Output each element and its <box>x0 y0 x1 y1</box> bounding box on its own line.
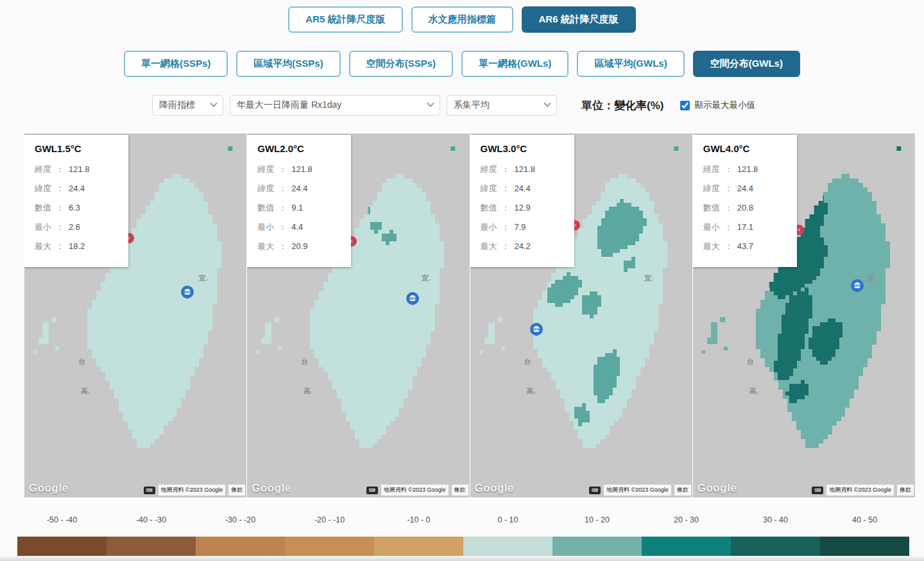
min-value-marker[interactable]: MIN <box>181 286 194 298</box>
info-separator: ： <box>724 218 733 237</box>
index-category-select[interactable]: 降雨指標 <box>152 95 223 116</box>
tab-view-mode-2[interactable]: 空間分布(SSPs) <box>349 51 453 77</box>
legend-labels: -50 - -40-40 - -30-30 - -20-20 - -10-10 … <box>17 515 909 524</box>
ensemble-value: 系集平均 <box>454 99 490 111</box>
map-panel-3[interactable]: MAXMIN台高.宜.GWL3.0°C經度：121.8緯度：24.4數值：12.… <box>470 134 692 497</box>
show-minmax-label: 顯示最大最小值 <box>694 99 755 111</box>
keyboard-shortcuts-icon[interactable]: ⌨ <box>144 487 155 494</box>
google-logo[interactable]: Google <box>697 482 737 495</box>
gwl-info-box: GWL2.0°C經度：121.8緯度：24.4數值：9.1最小：4.4最大：20… <box>247 135 351 267</box>
gwl-info-box: GWL1.5°C經度：121.8緯度：24.4數值：6.3最小：2.6最大：18… <box>24 135 128 267</box>
legend-bin-label: -40 - -30 <box>107 515 196 524</box>
gwl-title: GWL2.0°C <box>257 143 351 154</box>
info-separator: ： <box>724 179 733 198</box>
map-data-attribution-text: 地圖資料 ©2023 Google <box>158 485 226 496</box>
keyboard-shortcuts-icon[interactable]: ⌨ <box>812 487 823 494</box>
google-logo[interactable]: Google <box>29 482 69 495</box>
min-value-marker[interactable]: MIN <box>530 323 543 336</box>
info-row-min: 最小：17.1 <box>703 218 797 237</box>
terms-link[interactable]: 條款 <box>674 485 691 496</box>
info-separator: ： <box>724 160 733 179</box>
info-row-lat: 緯度：24.4 <box>703 179 797 198</box>
info-value: 43.7 <box>737 237 753 256</box>
map-panel-1[interactable]: MAXMIN台高.宜.GWL1.5°C經度：121.8緯度：24.4數值：6.3… <box>24 134 246 497</box>
info-value: 24.4 <box>69 179 85 198</box>
terms-link[interactable]: 條款 <box>452 485 468 496</box>
info-row-value: 數值：9.1 <box>257 198 351 218</box>
google-logo[interactable]: Google <box>475 482 515 495</box>
show-minmax-checkbox[interactable] <box>680 101 690 110</box>
legend-bin-label: -10 - 0 <box>374 515 463 524</box>
legend-bin-label: 30 - 40 <box>731 515 820 524</box>
gwl-title: GWL1.5°C <box>35 143 128 154</box>
info-value: 121.8 <box>737 160 758 179</box>
tab-view-mode-0[interactable]: 單一網格(SSPs) <box>124 51 228 77</box>
info-row-value: 數值：12.9 <box>481 198 574 218</box>
info-value: 9.1 <box>291 198 303 218</box>
min-value-marker[interactable]: MIN <box>851 279 864 292</box>
tab-view-mode-4[interactable]: 區域平均(GWLs) <box>577 51 684 77</box>
map-city-label: 台 <box>747 357 754 367</box>
info-row-lon: 經度：121.8 <box>703 160 797 179</box>
legend-bin-swatch <box>17 537 107 556</box>
info-row-max: 最大：24.2 <box>481 237 574 256</box>
view-mode-tabs: 單一網格(SSPs)區域平均(SSPs)空間分布(SSPs)單一網格(GWLs)… <box>0 51 924 77</box>
info-label: 緯度 <box>481 179 497 198</box>
google-logo[interactable]: Google <box>252 482 291 495</box>
tab-report-version-0[interactable]: AR5 統計降尺度版 <box>288 6 402 33</box>
info-label: 數值 <box>257 198 274 218</box>
tab-view-mode-5[interactable]: 空間分布(GWLs) <box>693 51 800 77</box>
legend-bin-label: 0 - 10 <box>463 515 552 524</box>
info-separator: ： <box>502 198 510 218</box>
legend-bin-label: -50 - -40 <box>17 515 107 524</box>
index-select[interactable]: 年最大一日降雨量 Rx1day <box>230 95 440 116</box>
legend-bin-label: 20 - 30 <box>642 515 731 524</box>
map-city-label: 高. <box>527 386 536 396</box>
tab-report-version-2[interactable]: AR6 統計降尺度版 <box>522 6 636 33</box>
legend-bin-swatch <box>374 537 463 556</box>
info-row-lon: 經度：121.8 <box>257 160 351 179</box>
info-row-value: 數值：20.8 <box>703 198 797 218</box>
keyboard-shortcuts-icon[interactable]: ⌨ <box>589 487 601 494</box>
map-panel-4[interactable]: MAXMIN台高.宜.GWL4.0°C經度：121.8緯度：24.4數值：20.… <box>693 134 915 497</box>
info-value: 24.4 <box>737 179 753 198</box>
info-separator: ： <box>724 198 733 218</box>
info-label: 最大 <box>257 237 274 256</box>
info-label: 數值 <box>481 198 497 218</box>
info-value: 17.1 <box>737 218 753 237</box>
terms-link[interactable]: 條款 <box>228 485 245 496</box>
gwl-info-box: GWL3.0°C經度：121.8緯度：24.4數值：12.9最小：7.9最大：2… <box>470 135 574 267</box>
ensemble-select[interactable]: 系集平均 <box>447 95 557 116</box>
info-value: 18.2 <box>69 237 85 256</box>
legend-bin-swatch <box>731 537 820 556</box>
legend-bin-swatch <box>463 537 552 556</box>
info-label: 最小 <box>257 218 274 237</box>
map-attribution: ⌨地圖資料 ©2023 Google條款 <box>366 485 468 496</box>
tab-report-version-1[interactable]: 水文應用指標篇 <box>411 6 513 33</box>
info-separator: ： <box>56 218 64 237</box>
terms-link[interactable]: 條款 <box>897 485 914 496</box>
info-separator: ： <box>502 218 510 237</box>
min-value-marker[interactable]: MIN <box>406 292 419 305</box>
tab-view-mode-3[interactable]: 單一網格(GWLs) <box>461 51 569 77</box>
map-city-label: 台 <box>78 357 85 367</box>
gwl-title: GWL4.0°C <box>703 143 797 154</box>
info-label: 緯度 <box>703 179 720 198</box>
info-value: 24.4 <box>515 179 531 198</box>
gwl-title: GWL3.0°C <box>481 143 574 154</box>
keyboard-shortcuts-icon[interactable]: ⌨ <box>366 487 378 494</box>
legend-bin-swatch <box>820 537 909 556</box>
info-row-lon: 經度：121.8 <box>35 160 128 179</box>
info-value: 24.4 <box>291 179 307 198</box>
info-label: 最小 <box>703 218 720 237</box>
legend-bin-swatch <box>107 537 196 556</box>
info-label: 最大 <box>35 237 51 256</box>
tab-view-mode-1[interactable]: 區域平均(SSPs) <box>236 51 340 77</box>
info-row-min: 最小：4.4 <box>257 218 351 237</box>
map-city-label: 台 <box>524 357 531 367</box>
info-label: 最大 <box>481 237 497 256</box>
map-panel-2[interactable]: MAXMIN台高.宜.GWL2.0°C經度：121.8緯度：24.4數值：9.1… <box>247 134 469 497</box>
map-city-label: 台 <box>301 357 308 367</box>
map-city-label: 宜. <box>422 273 431 283</box>
info-separator: ： <box>56 179 64 198</box>
